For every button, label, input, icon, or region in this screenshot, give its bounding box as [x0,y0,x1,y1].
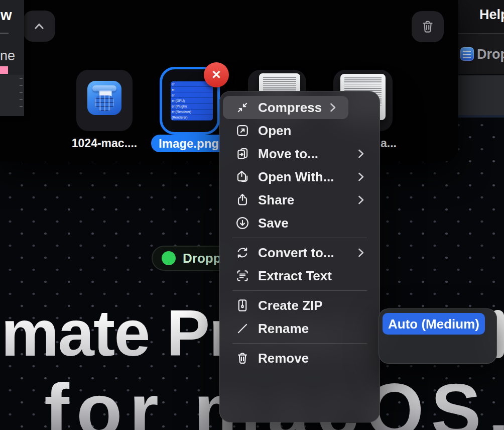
clear-all-button[interactable] [412,11,444,42]
menu-item-create-zip[interactable]: Create ZIP [223,294,376,317]
menu-item-label: Open [258,123,291,139]
background-text: ne [0,48,15,64]
background-window-left: w ne [0,0,24,116]
menu-item-label: Convert to... [258,245,334,261]
menu-item-rename[interactable]: Rename [223,317,376,340]
move-to-icon [235,146,250,161]
menu-item-label: Extract Text [258,268,332,284]
divider [0,33,9,34]
extract-text-icon [235,268,250,283]
menu-item-label: Open With... [258,169,334,185]
help-menu[interactable]: Help [479,7,504,23]
chevron-right-icon [358,149,364,159]
rename-icon [235,321,250,336]
menu-item-convert-to[interactable]: Convert to... [223,241,376,264]
share-icon [235,192,250,207]
chevron-right-icon [358,248,364,258]
menu-item-save[interactable]: Save [223,211,376,235]
open-icon [235,123,250,138]
background-text: w [1,7,12,24]
dropover-menu-label: Drop [477,47,504,62]
selected-item-label: Image.png [151,135,226,152]
menu-item-move-to[interactable]: Move to... [223,142,376,165]
menu-item-label: Save [258,216,289,231]
trash-icon [420,19,435,34]
menu-item-extract-text[interactable]: Extract Text [223,264,376,287]
trash-icon [235,351,250,366]
zip-icon [235,298,250,313]
menu-separator [232,343,367,344]
background-window-edge [458,115,504,118]
convert-icon [235,245,250,260]
remove-item-badge[interactable]: ✕ [204,62,229,87]
compress-icon [235,100,250,115]
shelf-item-label: 1024-mac.... [64,137,145,150]
menu-item-label: Compress [258,101,322,114]
menu-item-label: Share [258,192,294,208]
open-with-icon [235,169,250,184]
chevron-right-icon [330,102,336,113]
menu-bar: Help [458,0,504,34]
shelf-item-1024-mac[interactable] [76,70,133,131]
menu-item-label: Remove [258,351,309,366]
app-icon-thumbnail [87,81,121,115]
status-dot-icon [162,251,176,265]
submenu-item-auto-medium[interactable]: Auto (Medium) [383,313,485,335]
image-preview: er er er er (GPU) er (Plugin) er (Render… [171,81,213,121]
chevron-up-icon [32,19,47,34]
menu-item-remove[interactable]: Remove [223,347,376,370]
chevron-right-icon [358,195,364,205]
pink-accent-bar [0,66,8,74]
menu-item-compress[interactable]: Compress [223,96,348,119]
menu-item-label: Create ZIP [258,298,323,313]
menu-separator [232,238,367,238]
background-panel [458,75,504,115]
menu-item-label: Move to... [258,146,318,162]
compress-submenu: Auto (Medium) Target Size... [379,308,497,364]
badge-label: Dropp [183,251,221,266]
menu-item-label: Rename [258,321,309,337]
chevron-right-icon [358,172,364,182]
menu-separator [232,290,367,291]
context-menu: Copy Open Move to... Open With... [219,91,380,422]
dropover-menu-row[interactable]: Drop [458,34,504,74]
menu-item-share[interactable]: Share [223,188,376,211]
background-subpanel [0,75,24,116]
save-icon [235,216,250,231]
menu-item-open-with[interactable]: Open With... [223,165,376,188]
collapse-button[interactable] [23,11,55,42]
desktop: mate Privacy for macOS. Help Drop 1024-m… [0,0,504,430]
menu-item-open[interactable]: Open [223,119,376,142]
dropover-app-icon [460,47,474,61]
